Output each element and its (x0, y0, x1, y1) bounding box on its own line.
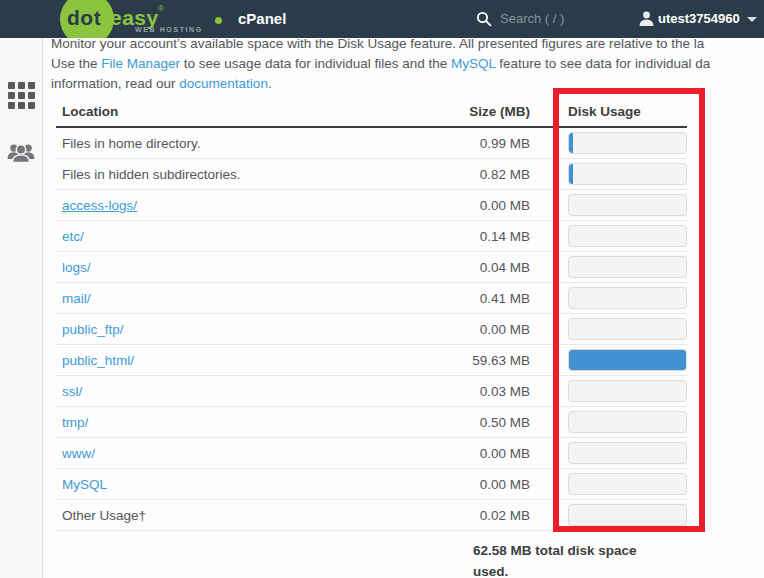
apps-grid-icon[interactable] (8, 82, 35, 109)
disk-usage-bar (568, 194, 687, 216)
intro-line-2: Use the File Manager to see usage data f… (51, 54, 710, 74)
table-row: Other Usage† 0.02 MB (56, 500, 687, 531)
user-menu[interactable]: utest3754960 (638, 0, 764, 38)
location-label: Files in home directory. (56, 136, 420, 151)
directory-link-tmp[interactable]: tmp/ (56, 415, 420, 430)
disk-usage-table: Location Size (MB) Disk Usage Files in h… (56, 97, 687, 578)
registered-mark: ® (158, 4, 164, 13)
documentation-link[interactable]: documentation (179, 76, 268, 91)
size-value: 0.00 MB (420, 322, 530, 337)
size-value: 0.82 MB (420, 167, 530, 182)
size-value: 0.14 MB (420, 229, 530, 244)
chevron-down-icon[interactable] (747, 17, 757, 22)
disk-usage-bar (568, 287, 687, 309)
table-row: Files in hidden subdirectories. 0.82 MB (56, 159, 687, 190)
doteasy-logo[interactable]: dot easy ® WEB HOSTING (0, 0, 210, 38)
directory-link-logs[interactable]: logs/ (56, 260, 420, 275)
header-location: Location (56, 104, 420, 119)
header-size: Size (MB) (420, 104, 530, 119)
disk-usage-bar (568, 163, 687, 185)
table-row: access-logs/ 0.00 MB (56, 190, 687, 221)
intro-paragraph: Monitor your account’s available space w… (51, 34, 710, 94)
table-header-row: Location Size (MB) Disk Usage (56, 97, 687, 128)
disk-usage-bar (568, 256, 687, 278)
size-value: 0.50 MB (420, 415, 530, 430)
location-label: Other Usage† (56, 508, 420, 523)
table-row: public_html/ 59.63 MB (56, 345, 687, 376)
mysql-link[interactable]: MySQL (451, 56, 496, 71)
table-row: Files in home directory. 0.99 MB (56, 128, 687, 159)
disk-usage-bar (568, 318, 687, 340)
size-value: 59.63 MB (420, 353, 530, 368)
size-value: 0.02 MB (420, 508, 530, 523)
size-value: 0.99 MB (420, 136, 530, 151)
directory-link-ssl[interactable]: ssl/ (56, 384, 420, 399)
user-groups-icon[interactable] (6, 140, 36, 167)
user-icon (638, 10, 655, 27)
logo-text-dot: dot (67, 6, 101, 30)
table-row: tmp/ 0.50 MB (56, 407, 687, 438)
disk-usage-bar (568, 380, 687, 402)
directory-link-etc[interactable]: etc/ (56, 229, 420, 244)
size-value: 0.04 MB (420, 260, 530, 275)
main-content: Monitor your account’s available space w… (43, 38, 764, 578)
table-row: logs/ 0.04 MB (56, 252, 687, 283)
size-value: 0.00 MB (420, 446, 530, 461)
search-placeholder: Search ( / ) (500, 11, 564, 26)
directory-link-mail[interactable]: mail/ (56, 291, 420, 306)
disk-usage-bar (568, 411, 687, 433)
disk-usage-bar (568, 349, 687, 371)
size-value: 0.00 MB (420, 198, 530, 213)
nav-separator-dot (215, 17, 222, 24)
size-value: 0.00 MB (420, 477, 530, 492)
disk-usage-bar (568, 132, 687, 154)
table-row: mail/ 0.41 MB (56, 283, 687, 314)
size-value: 0.41 MB (420, 291, 530, 306)
total-disk-space-label: 62.58 MB total disk space used. (473, 531, 663, 578)
location-label: Files in hidden subdirectories. (56, 167, 420, 182)
directory-link-www[interactable]: www/ (56, 446, 420, 461)
intro-line-3: information, read our documentation. (51, 74, 710, 94)
username-label: utest3754960 (658, 11, 740, 26)
size-value: 0.03 MB (420, 384, 530, 399)
cpanel-brand: cPanel (238, 10, 286, 27)
logo-tagline: WEB HOSTING (135, 26, 203, 33)
disk-usage-bar (568, 504, 687, 526)
disk-usage-bar (568, 473, 687, 495)
table-row: www/ 0.00 MB (56, 438, 687, 469)
left-sidebar (0, 38, 43, 578)
file-manager-link[interactable]: File Manager (101, 56, 180, 71)
top-navbar: dot easy ® WEB HOSTING cPanel Search ( /… (0, 0, 764, 38)
header-disk-usage: Disk Usage (568, 104, 687, 119)
table-row: MySQL 0.00 MB (56, 469, 687, 500)
search-icon (476, 11, 492, 27)
table-row: public_ftp/ 0.00 MB (56, 314, 687, 345)
directory-link-public-html[interactable]: public_html/ (56, 353, 420, 368)
directory-link-public-ftp[interactable]: public_ftp/ (56, 322, 420, 337)
mysql-usage-link[interactable]: MySQL (56, 477, 420, 492)
disk-usage-bar (568, 225, 687, 247)
disk-usage-bar (568, 442, 687, 464)
directory-link-access-logs[interactable]: access-logs/ (56, 198, 420, 213)
table-row: ssl/ 0.03 MB (56, 376, 687, 407)
table-row: etc/ 0.14 MB (56, 221, 687, 252)
